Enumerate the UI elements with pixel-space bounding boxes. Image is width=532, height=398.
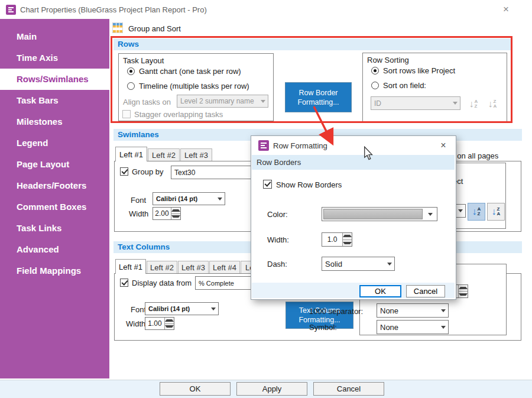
text-columns-tab-left2[interactable]: Left #2: [147, 261, 177, 274]
swim-right-fragment-text: t on all pages: [453, 151, 498, 160]
dialog-ok-button[interactable]: OK: [359, 285, 401, 297]
color-dropdown[interactable]: [322, 207, 437, 221]
thousand-separator-label: 1000 separator:: [309, 307, 363, 316]
sidebar-item-field-mappings[interactable]: Field Mappings: [0, 260, 109, 281]
sort-like-project-radio[interactable]: [371, 67, 379, 75]
dialog-cancel-button[interactable]: Cancel: [406, 285, 445, 297]
chevron-down-icon: [450, 102, 460, 105]
sidebar-item-page-layout[interactable]: Page Layout: [0, 154, 109, 175]
spinner-up-icon[interactable]: [171, 208, 180, 213]
sort-za-icon: ↓ZA: [485, 96, 500, 112]
align-tasks-label: Align tasks on: [123, 98, 171, 106]
close-icon[interactable]: ×: [498, 3, 514, 16]
border-width-spinner[interactable]: 1.0: [322, 232, 352, 247]
sidebar-item-milestones[interactable]: Milestones: [0, 111, 109, 132]
sidebar-item-legend[interactable]: Legend: [0, 132, 109, 154]
sort-like-project-label[interactable]: Sort rows like Project: [383, 66, 455, 75]
tc-width-value: 1.00: [145, 318, 164, 329]
close-icon[interactable]: ×: [436, 140, 450, 151]
color-label: Color:: [267, 210, 288, 219]
group-by-checkbox[interactable]: [120, 167, 128, 176]
stagger-checkbox: [122, 110, 131, 118]
sidebar-item-rows-swimlanes[interactable]: Rows/Swimlanes: [0, 69, 109, 90]
chevron-down-icon: [439, 326, 448, 329]
symbol-label: Symbol:: [309, 323, 337, 332]
sidebar-item-headers-footers[interactable]: Headers/Footers: [0, 175, 109, 196]
swimlanes-tab-left1[interactable]: Left #1: [115, 147, 147, 161]
text-columns-tab-left3[interactable]: Left #3: [178, 261, 209, 274]
chevron-down-icon: [385, 263, 394, 266]
chevron-down-icon: [215, 198, 225, 200]
spinner-up-icon[interactable]: [165, 318, 174, 323]
spinner-down-icon[interactable]: [165, 323, 174, 330]
swimlanes-tab-left2[interactable]: Left #2: [148, 148, 180, 161]
dialog-title: Row Formatting: [273, 141, 327, 150]
thousand-separator-dropdown[interactable]: None: [377, 303, 449, 318]
window-title: Chart Properties (BlueGrass Project Plan…: [20, 5, 207, 14]
sort-field-dropdown: ID: [371, 96, 460, 110]
sidebar: Main Time Axis Rows/Swimlanes Task Bars …: [0, 19, 109, 378]
chevron-down-icon: [424, 213, 437, 216]
symbol-dropdown[interactable]: None: [377, 320, 449, 334]
spinner-down-icon[interactable]: [459, 291, 468, 297]
swim-font-dropdown[interactable]: Calibri (14 pt): [153, 192, 225, 205]
sidebar-item-task-links[interactable]: Task Links: [0, 218, 109, 239]
chart-properties-window: Chart Properties (BlueGrass Project Plan…: [0, 0, 532, 398]
align-tasks-value: Level 2 summary name: [177, 97, 258, 105]
color-swatch: [323, 209, 423, 219]
sort-on-field-radio[interactable]: [371, 82, 379, 89]
border-width-value: 1.0: [322, 233, 342, 246]
dash-dropdown[interactable]: Solid: [322, 257, 395, 271]
chevron-down-icon: [209, 308, 218, 310]
spinner-down-icon[interactable]: [343, 240, 352, 247]
show-row-borders-checkbox[interactable]: [263, 180, 272, 189]
group-sort-icon: [112, 22, 123, 33]
window-titlebar: Chart Properties (BlueGrass Project Plan…: [0, 0, 532, 19]
row-formatting-dialog: Row Formatting × Row Borders Show Row Bo…: [251, 135, 456, 300]
check-icon: [121, 167, 128, 174]
row-sorting-title: Row Sorting: [367, 56, 409, 64]
width-label: Width:: [267, 235, 289, 244]
tc-font-value: Calibri (14 pt): [145, 305, 209, 312]
sidebar-item-task-bars[interactable]: Task Bars: [0, 90, 109, 111]
check-icon: [121, 279, 128, 285]
display-data-checkbox[interactable]: [120, 279, 128, 287]
symbol-value: None: [377, 323, 439, 332]
swim-font-label: Font: [131, 196, 146, 205]
rows-section-title: Rows: [113, 38, 511, 50]
spinner-down-icon[interactable]: [171, 213, 180, 220]
group-by-label[interactable]: Group by: [132, 167, 163, 176]
sidebar-item-comment-boxes[interactable]: Comment Boxes: [0, 196, 109, 218]
swim-font-value: Calibri (14 pt): [153, 195, 215, 202]
timeline-radio[interactable]: [127, 82, 135, 90]
text-columns-tab-left1[interactable]: Left #1: [115, 259, 146, 274]
sidebar-item-time-axis[interactable]: Time Axis: [0, 47, 109, 69]
text-columns-tab-left4[interactable]: Left #4: [209, 261, 240, 274]
spinner-up-icon[interactable]: [343, 233, 352, 240]
sort-az-icon[interactable]: ↓AZ: [468, 203, 485, 221]
sidebar-item-main[interactable]: Main: [0, 26, 109, 47]
row-border-formatting-button[interactable]: Row Border Formatting...: [285, 82, 352, 112]
sort-az-icon: ↓AZ: [466, 96, 481, 112]
ok-button[interactable]: OK: [160, 382, 231, 396]
stagger-label: Stagger overlapping tasks: [134, 110, 223, 119]
display-data-label[interactable]: Display data from: [132, 279, 192, 287]
spinner-up-icon[interactable]: [459, 285, 468, 291]
dash-value: Solid: [322, 260, 385, 268]
sort-za-icon[interactable]: ↓ZA: [487, 203, 505, 221]
gantt-chart-label[interactable]: Gantt chart (one task per row): [139, 67, 241, 76]
align-tasks-dropdown: Level 2 summary name: [177, 95, 268, 108]
swim-width-spinner[interactable]: 2.00: [153, 207, 181, 220]
dialog-section-title: Row Borders: [252, 158, 301, 167]
sort-on-field-label[interactable]: Sort on field:: [383, 81, 426, 90]
gantt-chart-radio[interactable]: [127, 67, 135, 75]
timeline-label[interactable]: Timeline (multiple tasks per row): [139, 82, 249, 90]
show-row-borders-label[interactable]: Show Row Borders: [276, 180, 342, 189]
sidebar-item-advanced[interactable]: Advanced: [0, 239, 109, 260]
cancel-button[interactable]: Cancel: [313, 382, 384, 396]
apply-button[interactable]: Apply: [236, 382, 307, 396]
swimlanes-tab-left3[interactable]: Left #3: [180, 148, 212, 161]
tc-font-dropdown[interactable]: Calibri (14 pt): [145, 302, 219, 315]
rows-section-header: Rows: [113, 38, 511, 50]
tc-width-spinner[interactable]: 1.00: [145, 317, 174, 330]
